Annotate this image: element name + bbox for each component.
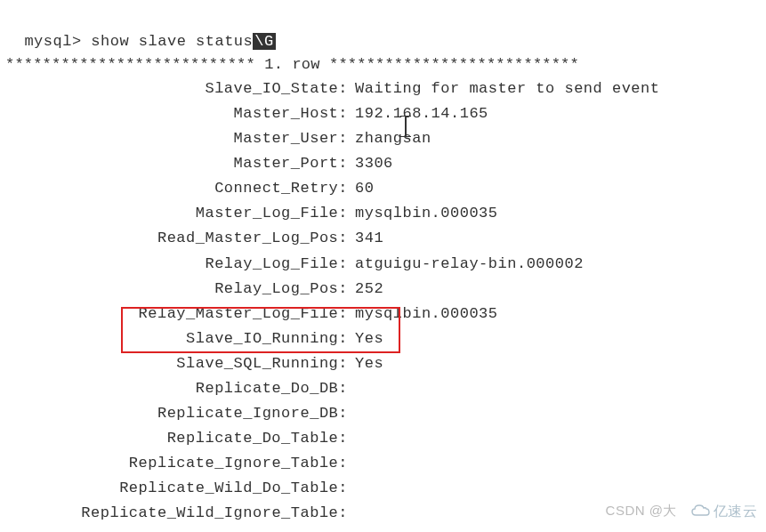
status-row: Slave_IO_State:Waiting for master to sen… — [5, 77, 761, 101]
status-label: Master_User: — [5, 126, 348, 151]
status-value: 3306 — [348, 151, 393, 176]
prompt-ps: mysql> — [24, 33, 91, 50]
status-row: Replicate_Do_DB: — [5, 376, 761, 401]
cloud-icon — [690, 504, 710, 521]
status-label: Master_Log_File: — [5, 201, 348, 226]
status-label: Relay_Log_File: — [5, 252, 348, 277]
status-value: zhangsan — [348, 126, 431, 151]
status-value: 0 — [348, 526, 365, 532]
prompt-terminator: \G — [253, 33, 275, 50]
status-fields: Slave_IO_State:Waiting for master to sen… — [5, 77, 761, 532]
prompt-command: show slave status — [91, 33, 253, 50]
status-row: Master_Host:192.168.14.165 — [5, 101, 761, 126]
status-value: atguigu-relay-bin.000002 — [348, 252, 584, 277]
status-row: Master_User:zhangsan — [5, 126, 761, 151]
status-value: mysqlbin.000035 — [348, 201, 498, 226]
status-row: Replicate_Wild_Do_Table: — [5, 476, 761, 501]
watermark-text: 亿速云 — [714, 503, 758, 521]
status-row: Last_Errno:0 — [5, 526, 761, 532]
status-value — [348, 376, 355, 401]
status-value: 341 — [348, 226, 383, 251]
status-label: Connect_Retry: — [5, 176, 348, 201]
status-row: Read_Master_Log_Pos:341 — [5, 226, 761, 251]
status-label: Master_Port: — [5, 151, 348, 176]
row-header: *************************** 1. row *****… — [5, 52, 761, 77]
status-label: Last_Errno: — [5, 526, 348, 532]
status-row: Replicate_Ignore_Table: — [5, 451, 761, 476]
status-label: Master_Host: — [5, 101, 348, 126]
status-row: Slave_IO_Running:Yes — [5, 326, 761, 351]
status-row: Relay_Master_Log_File:mysqlbin.000035 — [5, 302, 761, 326]
mysql-prompt-line[interactable]: mysql> show slave status\G — [5, 7, 761, 52]
status-label: Replicate_Wild_Do_Table: — [5, 476, 348, 501]
status-label: Replicate_Wild_Ignore_Table: — [5, 501, 348, 526]
status-label: Slave_IO_State: — [5, 77, 348, 101]
status-row: Replicate_Do_Table: — [5, 426, 761, 451]
status-label: Replicate_Ignore_DB: — [5, 401, 348, 426]
status-label: Slave_IO_Running: — [5, 326, 348, 351]
status-value — [348, 451, 355, 476]
status-label: Replicate_Do_Table: — [5, 426, 348, 451]
status-row: Slave_SQL_Running:Yes — [5, 351, 761, 376]
status-value: Yes — [348, 351, 383, 376]
status-value — [348, 501, 355, 526]
status-value: 252 — [348, 277, 383, 302]
status-value: Yes — [348, 326, 383, 351]
watermark-csdn: CSDN @大 — [606, 503, 677, 520]
status-row: Relay_Log_File:atguigu-relay-bin.000002 — [5, 252, 761, 277]
status-label: Slave_SQL_Running: — [5, 351, 348, 376]
status-row: Master_Log_File:mysqlbin.000035 — [5, 201, 761, 226]
status-label: Relay_Master_Log_File: — [5, 302, 348, 326]
status-row: Master_Port:3306 — [5, 151, 761, 176]
status-label: Replicate_Do_DB: — [5, 376, 348, 401]
status-row: Connect_Retry:60 — [5, 176, 761, 201]
watermark-yisu: 亿速云 — [690, 503, 758, 521]
status-value — [348, 476, 355, 501]
status-row: Relay_Log_Pos:252 — [5, 277, 761, 302]
status-value: mysqlbin.000035 — [348, 302, 498, 326]
status-value — [348, 401, 355, 426]
status-label: Replicate_Ignore_Table: — [5, 451, 348, 476]
status-row: Replicate_Ignore_DB: — [5, 401, 761, 426]
status-value: 192.168.14.165 — [348, 101, 488, 126]
status-value — [348, 426, 355, 451]
status-value: Waiting for master to send event — [348, 77, 659, 101]
status-label: Read_Master_Log_Pos: — [5, 226, 348, 251]
status-label: Relay_Log_Pos: — [5, 277, 348, 302]
status-value: 60 — [348, 176, 374, 201]
